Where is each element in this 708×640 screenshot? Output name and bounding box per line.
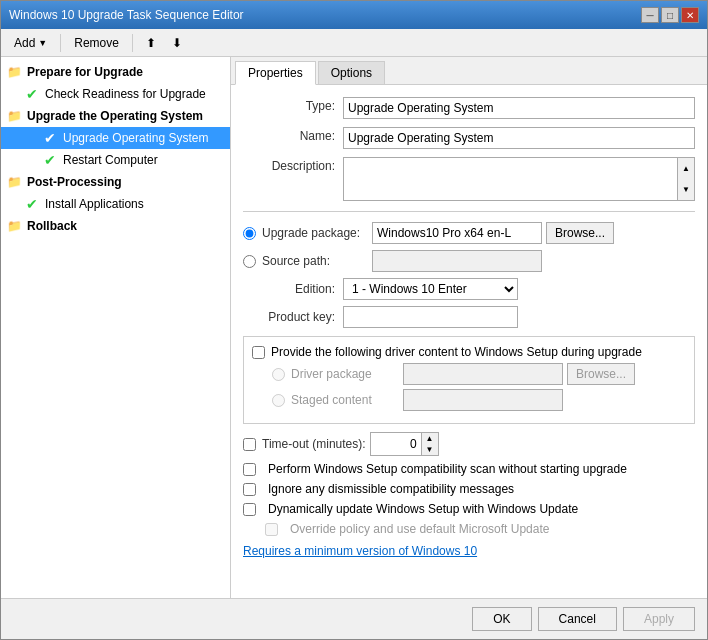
override-policy-label: Override policy and use default Microsof… bbox=[290, 522, 549, 536]
driver-package-input bbox=[403, 363, 563, 385]
source-path-radio[interactable] bbox=[243, 255, 256, 268]
tree-group-post[interactable]: 📁 Post-Processing bbox=[1, 171, 230, 193]
requires-link[interactable]: Requires a minimum version of Windows 10 bbox=[243, 544, 695, 558]
driver-section: Provide the following driver content to … bbox=[243, 336, 695, 424]
footer: OK Cancel Apply bbox=[1, 598, 707, 639]
folder-icon-prepare: 📁 bbox=[5, 63, 23, 81]
item-label-restart: Restart Computer bbox=[63, 153, 158, 167]
tree-item-check-readiness[interactable]: ✔ Check Readiness for Upgrade bbox=[1, 83, 230, 105]
move-down-button[interactable]: ⬇ bbox=[165, 33, 189, 53]
driver-package-row: Driver package Browse... bbox=[272, 363, 686, 385]
move-up-button[interactable]: ⬆ bbox=[139, 33, 163, 53]
staged-content-radio[interactable] bbox=[272, 394, 285, 407]
group-label-post: Post-Processing bbox=[27, 175, 122, 189]
cancel-button[interactable]: Cancel bbox=[538, 607, 617, 631]
staged-content-label: Staged content bbox=[291, 393, 391, 407]
remove-label: Remove bbox=[74, 36, 119, 50]
tree-item-upgrade-os[interactable]: ✔ Upgrade Operating System bbox=[1, 127, 230, 149]
name-label: Name: bbox=[243, 127, 343, 143]
item-label-upgrade-os: Upgrade Operating System bbox=[63, 131, 208, 145]
description-label: Description: bbox=[243, 157, 343, 173]
properties-panel: Type: Name: Description: ▲ ▼ bbox=[231, 85, 707, 598]
name-input[interactable] bbox=[343, 127, 695, 149]
tree-panel: 📁 Prepare for Upgrade ✔ Check Readiness … bbox=[1, 57, 231, 598]
upgrade-package-row: Upgrade package: Browse... bbox=[243, 222, 695, 244]
window-title: Windows 10 Upgrade Task Sequence Editor bbox=[9, 8, 244, 22]
edition-select[interactable]: 1 - Windows 10 Enter bbox=[343, 278, 518, 300]
compat-scan-checkbox[interactable] bbox=[243, 463, 256, 476]
source-path-radio-label: Source path: bbox=[262, 254, 372, 268]
name-row: Name: bbox=[243, 127, 695, 149]
driver-package-label: Driver package bbox=[291, 367, 391, 381]
title-bar-buttons: ─ □ ✕ bbox=[641, 7, 699, 23]
dynamic-update-row: Dynamically update Windows Setup with Wi… bbox=[243, 502, 695, 516]
override-policy-row: Override policy and use default Microsof… bbox=[265, 522, 695, 536]
browse-button-2[interactable]: Browse... bbox=[567, 363, 635, 385]
toolbar-separator2 bbox=[132, 34, 133, 52]
apply-button[interactable]: Apply bbox=[623, 607, 695, 631]
driver-content-checkbox[interactable] bbox=[252, 346, 265, 359]
tree-item-restart[interactable]: ✔ Restart Computer bbox=[1, 149, 230, 171]
type-input[interactable] bbox=[343, 97, 695, 119]
compat-scan-row: Perform Windows Setup compatibility scan… bbox=[243, 462, 695, 476]
tab-properties[interactable]: Properties bbox=[235, 61, 316, 85]
description-textarea[interactable] bbox=[343, 157, 678, 201]
folder-icon-upgrade: 📁 bbox=[5, 107, 23, 125]
main-window: Windows 10 Upgrade Task Sequence Editor … bbox=[0, 0, 708, 640]
tab-options[interactable]: Options bbox=[318, 61, 385, 84]
minimize-button[interactable]: ─ bbox=[641, 7, 659, 23]
maximize-button[interactable]: □ bbox=[661, 7, 679, 23]
folder-icon-post: 📁 bbox=[5, 173, 23, 191]
dynamic-update-label: Dynamically update Windows Setup with Wi… bbox=[268, 502, 578, 516]
check-icon-install-apps: ✔ bbox=[23, 195, 41, 213]
timeout-input-wrap: ▲ ▼ bbox=[370, 432, 439, 456]
item-label-install-apps: Install Applications bbox=[45, 197, 144, 211]
ok-button[interactable]: OK bbox=[472, 607, 531, 631]
timeout-spinner: ▲ ▼ bbox=[421, 433, 438, 455]
timeout-label: Time-out (minutes): bbox=[262, 437, 366, 451]
check-icon-restart: ✔ bbox=[41, 151, 59, 169]
check-icon-readiness: ✔ bbox=[23, 85, 41, 103]
product-key-input[interactable] bbox=[343, 306, 518, 328]
type-row: Type: bbox=[243, 97, 695, 119]
driver-package-radio[interactable] bbox=[272, 368, 285, 381]
ignore-compat-row: Ignore any dismissible compatibility mes… bbox=[243, 482, 695, 496]
close-button[interactable]: ✕ bbox=[681, 7, 699, 23]
add-dropdown-icon[interactable]: ▼ bbox=[38, 38, 47, 48]
tree-item-install-apps[interactable]: ✔ Install Applications bbox=[1, 193, 230, 215]
title-bar: Windows 10 Upgrade Task Sequence Editor … bbox=[1, 1, 707, 29]
tree-group-rollback[interactable]: 📁 Rollback bbox=[1, 215, 230, 237]
group-label-prepare: Prepare for Upgrade bbox=[27, 65, 143, 79]
upgrade-package-radio-label: Upgrade package: bbox=[262, 226, 372, 240]
ignore-compat-checkbox[interactable] bbox=[243, 483, 256, 496]
timeout-spin-down[interactable]: ▼ bbox=[422, 444, 438, 455]
tree-group-upgrade-os[interactable]: 📁 Upgrade the Operating System bbox=[1, 105, 230, 127]
edition-label: Edition: bbox=[243, 282, 343, 296]
folder-icon-rollback: 📁 bbox=[5, 217, 23, 235]
check-icon-upgrade-os: ✔ bbox=[41, 129, 59, 147]
divider1 bbox=[243, 211, 695, 212]
description-row: Description: ▲ ▼ bbox=[243, 157, 695, 201]
staged-content-row: Staged content bbox=[272, 389, 686, 411]
override-policy-checkbox[interactable] bbox=[265, 523, 278, 536]
add-label: Add bbox=[14, 36, 35, 50]
scroll-down-btn[interactable]: ▼ bbox=[678, 179, 694, 200]
tree-group-prepare[interactable]: 📁 Prepare for Upgrade bbox=[1, 61, 230, 83]
timeout-input[interactable] bbox=[371, 433, 421, 455]
right-panel: Properties Options Type: Name: bbox=[231, 57, 707, 598]
driver-checkbox-row: Provide the following driver content to … bbox=[252, 345, 686, 359]
timeout-spin-up[interactable]: ▲ bbox=[422, 433, 438, 444]
add-button[interactable]: Add ▼ bbox=[7, 33, 54, 53]
upgrade-package-input[interactable] bbox=[372, 222, 542, 244]
timeout-checkbox[interactable] bbox=[243, 438, 256, 451]
scroll-up-btn[interactable]: ▲ bbox=[678, 158, 694, 179]
description-wrap: ▲ ▼ bbox=[343, 157, 695, 201]
browse-button-1[interactable]: Browse... bbox=[546, 222, 614, 244]
remove-button[interactable]: Remove bbox=[67, 33, 126, 53]
upgrade-package-radio[interactable] bbox=[243, 227, 256, 240]
ignore-compat-label: Ignore any dismissible compatibility mes… bbox=[268, 482, 514, 496]
source-path-row: Source path: bbox=[243, 250, 695, 272]
dynamic-update-checkbox[interactable] bbox=[243, 503, 256, 516]
source-path-input[interactable] bbox=[372, 250, 542, 272]
tabs: Properties Options bbox=[231, 57, 707, 85]
